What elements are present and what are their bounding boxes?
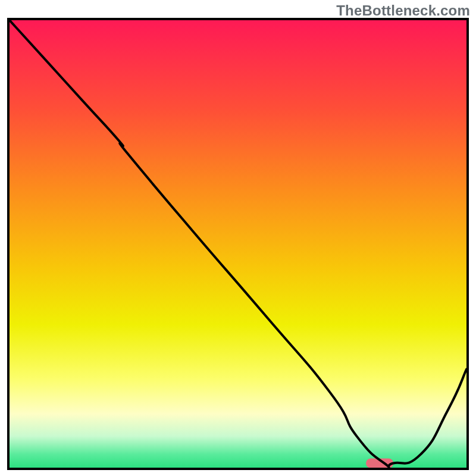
bottleneck-chart (10, 20, 466, 468)
watermark-text: TheBottleneck.com (336, 2, 470, 19)
chart-frame (7, 18, 469, 470)
chart-background (10, 20, 466, 468)
